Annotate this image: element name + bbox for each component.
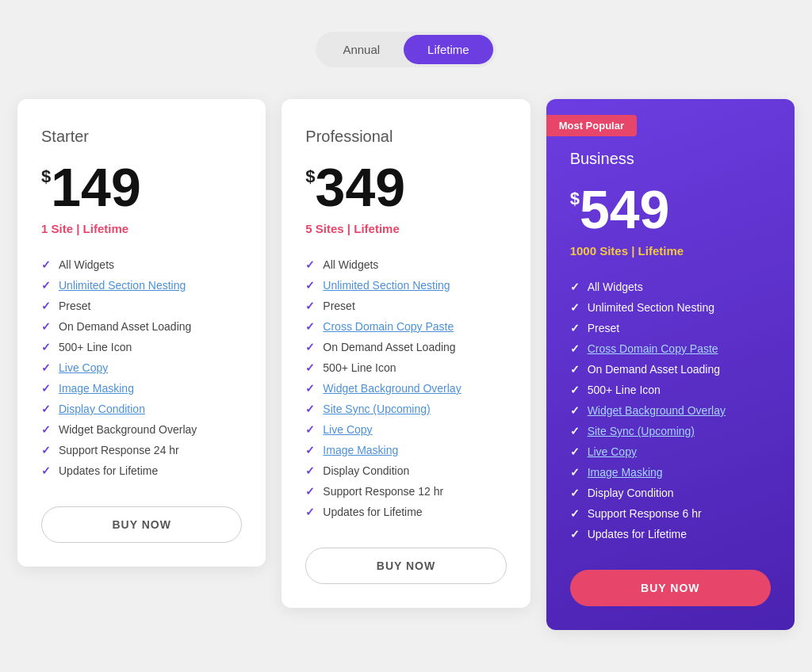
check-icon: ✓ <box>41 300 51 312</box>
feature-text[interactable]: Cross Domain Copy Paste <box>588 342 718 355</box>
feature-text: On Demand Asset Loading <box>323 341 455 353</box>
lifetime-toggle-btn[interactable]: Lifetime <box>404 35 493 64</box>
check-icon: ✓ <box>41 464 51 477</box>
feature-item: ✓ Display Condition <box>41 399 242 419</box>
feature-text: 500+ Line Icon <box>323 361 396 374</box>
feature-text[interactable]: Site Sync (Upcoming) <box>323 403 430 415</box>
feature-item: ✓ Live Copy <box>570 441 771 462</box>
check-icon: ✓ <box>305 279 315 292</box>
feature-text: Preset <box>59 300 90 312</box>
check-icon: ✓ <box>41 444 51 456</box>
feature-item: ✓ Display Condition <box>570 483 771 503</box>
feature-item: ✓ Preset <box>570 318 771 338</box>
feature-text: All Widgets <box>323 258 378 271</box>
feature-item: ✓ Cross Domain Copy Paste <box>305 316 506 337</box>
pricing-card-professional: Professional $ 349 5 Sites | Lifetime ✓ … <box>282 99 530 608</box>
feature-item: ✓ Support Response 6 hr <box>570 503 771 524</box>
feature-text[interactable]: Widget Background Overlay <box>588 404 726 417</box>
check-icon: ✓ <box>305 506 315 518</box>
price-row: $ 349 <box>305 160 506 214</box>
feature-item: ✓ Unlimited Section Nesting <box>305 275 506 296</box>
feature-item: ✓ On Demand Asset Loading <box>570 359 771 380</box>
check-icon: ✓ <box>305 341 315 353</box>
feature-item: ✓ Widget Background Overlay <box>305 378 506 399</box>
billing-toggle: Annual Lifetime <box>316 32 496 67</box>
feature-item: ✓ Updates for Lifetime <box>305 502 506 522</box>
feature-item: ✓ Preset <box>305 296 506 316</box>
pricing-cards: Starter $ 149 1 Site | Lifetime ✓ All Wi… <box>17 99 795 630</box>
check-icon: ✓ <box>570 425 580 437</box>
check-icon: ✓ <box>305 403 315 415</box>
feature-text[interactable]: Unlimited Section Nesting <box>323 279 450 292</box>
feature-text[interactable]: Image Masking <box>323 444 398 456</box>
buy-now-button[interactable]: BUY NOW <box>305 548 506 584</box>
feature-text: Updates for Lifetime <box>59 464 158 477</box>
check-icon: ✓ <box>41 341 51 353</box>
price-amount: 149 <box>51 160 140 214</box>
features-list: ✓ All Widgets ✓ Unlimited Section Nestin… <box>305 254 506 522</box>
pricing-card-starter: Starter $ 149 1 Site | Lifetime ✓ All Wi… <box>17 99 266 567</box>
feature-text[interactable]: Unlimited Section Nesting <box>59 279 186 292</box>
check-icon: ✓ <box>305 320 315 333</box>
feature-item: ✓ Unlimited Section Nesting <box>41 275 242 296</box>
annual-toggle-btn[interactable]: Annual <box>319 35 404 64</box>
price-row: $ 549 <box>570 182 771 236</box>
feature-text[interactable]: Image Masking <box>59 382 134 395</box>
feature-item: ✓ Site Sync (Upcoming) <box>305 399 506 419</box>
price-currency: $ <box>570 189 580 209</box>
feature-text[interactable]: Cross Domain Copy Paste <box>323 320 454 333</box>
check-icon: ✓ <box>570 487 580 499</box>
check-icon: ✓ <box>570 404 580 417</box>
feature-text: All Widgets <box>59 258 114 271</box>
feature-text: All Widgets <box>588 281 643 293</box>
price-amount: 549 <box>580 182 669 236</box>
feature-text: Display Condition <box>323 464 409 477</box>
feature-text[interactable]: Display Condition <box>59 403 145 415</box>
plan-name: Starter <box>41 128 242 146</box>
features-list: ✓ All Widgets ✓ Unlimited Section Nestin… <box>41 254 242 481</box>
feature-item: ✓ Preset <box>41 296 242 316</box>
features-list: ✓ All Widgets ✓ Unlimited Section Nestin… <box>570 277 771 544</box>
plan-sites: 1000 Sites | Lifetime <box>570 244 771 258</box>
check-icon: ✓ <box>305 361 315 374</box>
price-amount: 349 <box>316 160 405 214</box>
buy-now-button[interactable]: BUY NOW <box>41 506 242 543</box>
feature-item: ✓ Support Response 12 hr <box>305 481 506 502</box>
plan-name: Business <box>570 150 771 168</box>
feature-text[interactable]: Live Copy <box>59 361 108 374</box>
feature-text[interactable]: Live Copy <box>588 445 637 458</box>
feature-item: ✓ Widget Background Overlay <box>570 400 771 421</box>
check-icon: ✓ <box>570 363 580 376</box>
check-icon: ✓ <box>305 423 315 436</box>
check-icon: ✓ <box>570 342 580 355</box>
feature-item: ✓ On Demand Asset Loading <box>305 337 506 357</box>
feature-item: ✓ 500+ Line Icon <box>41 337 242 357</box>
check-icon: ✓ <box>305 485 315 498</box>
feature-item: ✓ 500+ Line Icon <box>305 357 506 378</box>
feature-item: ✓ All Widgets <box>41 254 242 275</box>
feature-text[interactable]: Live Copy <box>323 423 372 436</box>
check-icon: ✓ <box>570 281 580 293</box>
check-icon: ✓ <box>570 301 580 314</box>
feature-text[interactable]: Site Sync (Upcoming) <box>588 425 695 437</box>
plan-sites: 1 Site | Lifetime <box>41 222 242 235</box>
check-icon: ✓ <box>305 300 315 312</box>
feature-item: ✓ Image Masking <box>305 440 506 460</box>
feature-item: ✓ Image Masking <box>41 378 242 399</box>
feature-item: ✓ Updates for Lifetime <box>41 460 242 481</box>
feature-text: 500+ Line Icon <box>588 384 661 396</box>
buy-now-button[interactable]: BUY NOW <box>570 570 771 606</box>
feature-item: ✓ Site Sync (Upcoming) <box>570 421 771 441</box>
price-currency: $ <box>41 166 51 187</box>
plan-name: Professional <box>305 128 506 146</box>
check-icon: ✓ <box>570 466 580 479</box>
feature-text: Support Response 24 hr <box>59 444 179 456</box>
check-icon: ✓ <box>305 382 315 395</box>
pricing-card-business: Most Popular Business $ 549 1000 Sites |… <box>546 99 795 630</box>
feature-text: Preset <box>323 300 354 312</box>
feature-item: ✓ Image Masking <box>570 462 771 483</box>
check-icon: ✓ <box>570 528 580 540</box>
feature-text[interactable]: Image Masking <box>588 466 663 479</box>
feature-text[interactable]: Widget Background Overlay <box>323 382 461 395</box>
feature-text: On Demand Asset Loading <box>588 363 720 376</box>
